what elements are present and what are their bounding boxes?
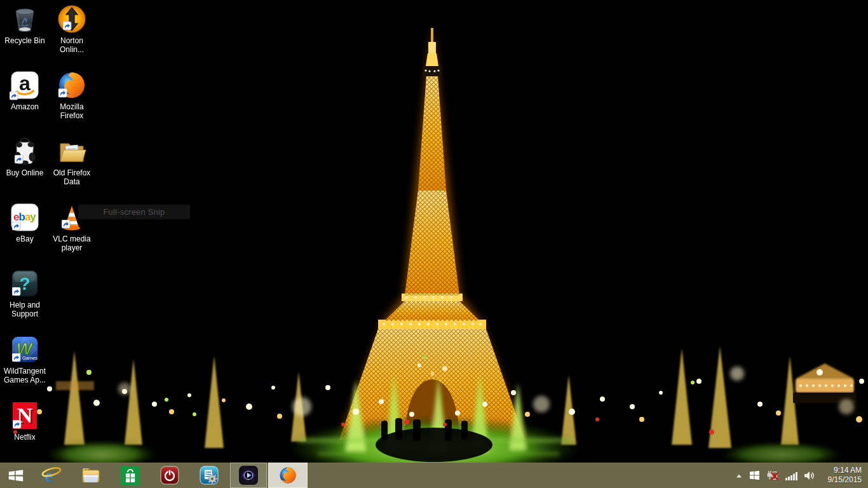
help-question-icon: ? — [10, 268, 40, 299]
desktop-icon-old-firefox-data[interactable]: Old Firefox Data — [48, 136, 95, 202]
ebay-icon: ebay — [10, 202, 40, 233]
shopping-bag-icon — [10, 136, 40, 166]
desktop-icon-mozilla-firefox[interactable]: Mozilla Firefox — [48, 70, 95, 136]
firefox-icon — [278, 466, 297, 485]
windows-update-tray-icon[interactable] — [749, 470, 760, 480]
svg-text:a: a — [19, 72, 31, 95]
taskbar-firefox-button[interactable] — [268, 463, 308, 488]
vlc-cone-icon — [57, 202, 87, 233]
desktop-icon-label: VLC media player — [49, 234, 95, 252]
taskbar: e — [0, 463, 868, 488]
firefox-icon — [57, 70, 87, 100]
desktop-icon-norton-online[interactable]: Norton Onlin... — [48, 4, 95, 70]
desktop-icon-grid: Recycle Bin a Amazon Buy Online eb — [1, 4, 95, 466]
desktop-icon-vlc[interactable]: VLC media player — [48, 202, 95, 268]
windows-store-icon — [121, 466, 140, 485]
play-glow-icon — [239, 466, 258, 485]
internet-explorer-icon: e — [41, 465, 62, 485]
folder-icon — [57, 136, 87, 166]
desktop-icon-amazon[interactable]: a Amazon — [1, 70, 48, 136]
desktop-icon-recycle-bin[interactable]: Recycle Bin — [1, 4, 48, 70]
svg-text:ebay: ebay — [13, 211, 36, 223]
desktop-icon-help-and-support[interactable]: ? Help and Support — [1, 268, 48, 334]
start-button[interactable] — [0, 463, 32, 488]
norton-updown-arrow-icon — [57, 4, 87, 34]
recycle-bin-icon — [10, 4, 40, 34]
svg-text:Games: Games — [22, 355, 37, 361]
desktop-icon-label: Norton Onlin... — [49, 36, 95, 54]
taskbar-file-explorer-button[interactable] — [71, 463, 111, 488]
speaker-icon — [804, 471, 815, 480]
desktop-icon-label: eBay — [16, 234, 33, 243]
svg-text:?: ? — [19, 274, 30, 294]
netflix-icon: N N — [10, 400, 40, 431]
document-gear-icon — [200, 466, 219, 485]
clock-time: 9:14 AM — [821, 466, 862, 475]
taskbar-windows-store-button[interactable] — [111, 463, 150, 488]
desktop-icon-label: Old Firefox Data — [49, 168, 95, 186]
taskbar-media-player-button[interactable] — [230, 463, 267, 488]
desktop-icon-label: WildTangent Games Ap... — [2, 367, 48, 384]
taskbar-internet-explorer-button[interactable]: e — [32, 463, 71, 488]
system-tray: 9:14 AM 9/15/2015 — [735, 463, 868, 488]
taskbar-clock[interactable]: 9:14 AM 9/15/2015 — [821, 466, 862, 485]
amazon-icon: a — [10, 70, 40, 100]
taskbar-system-utility-button[interactable] — [189, 463, 229, 488]
clock-date: 9/15/2015 — [821, 475, 862, 485]
chevron-up-icon — [735, 472, 743, 479]
desktop-icon-label: Recycle Bin — [4, 36, 44, 45]
desktop-icon-ebay[interactable]: ebay eBay — [1, 202, 48, 268]
desktop-icon-label: Help and Support — [2, 301, 48, 318]
desktop-icon-wildtangent-games[interactable]: W Games WildTangent Games Ap... — [1, 334, 48, 400]
show-hidden-icons-button[interactable] — [735, 472, 743, 479]
windows-flag-icon — [749, 470, 760, 480]
wildtangent-games-icon: W Games — [10, 334, 40, 365]
windows-flag-icon — [7, 466, 25, 484]
hardware-error-icon — [766, 470, 778, 481]
desktop-icon-label: Buy Online — [6, 168, 44, 177]
desktop-icon-netflix[interactable]: N N Netflix — [1, 400, 48, 466]
power-icon — [160, 466, 179, 485]
wallpaper-eiffel-tower-night — [0, 0, 868, 488]
taskbar-power-utility-button[interactable] — [150, 463, 189, 488]
volume-tray-icon[interactable] — [804, 471, 815, 480]
device-error-tray-icon[interactable] — [766, 470, 778, 481]
desktop-icon-label: Netflix — [14, 433, 35, 442]
desktop-icon-label: Amazon — [11, 102, 39, 111]
desktop-icon-label: Mozilla Firefox — [49, 102, 95, 120]
signal-bars-icon — [785, 471, 797, 480]
network-signal-tray-icon[interactable] — [785, 471, 797, 480]
file-explorer-icon — [81, 466, 101, 485]
desktop-icon-buy-online[interactable]: Buy Online — [1, 136, 48, 202]
